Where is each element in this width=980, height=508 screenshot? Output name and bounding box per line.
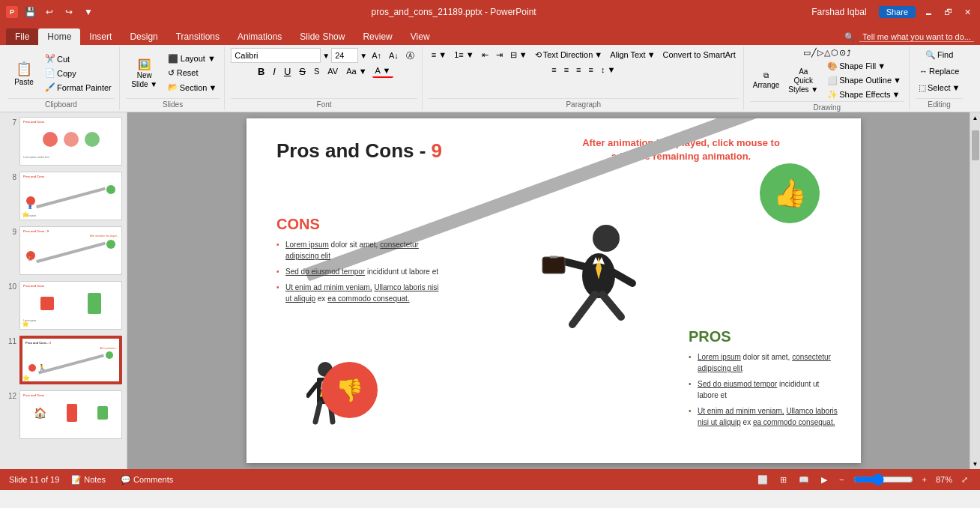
section-btn[interactable]: 📂 Section ▼ xyxy=(165,81,220,94)
tab-file[interactable]: File xyxy=(6,28,38,45)
shape-5[interactable]: ⬡ xyxy=(831,48,838,58)
align-right-btn[interactable]: ≡ xyxy=(573,63,584,76)
pros-title: PROS xyxy=(689,328,838,345)
shape-1[interactable]: ▭ xyxy=(803,48,811,58)
pros-list: Lorem ipsum dolor sit amet, consectetur … xyxy=(689,351,838,428)
justify-btn[interactable]: ≡ xyxy=(586,63,596,76)
shape-outline-btn[interactable]: ⬜ Shape Outline ▼ xyxy=(824,73,904,87)
slideshow-btn[interactable]: ▶ xyxy=(818,474,830,486)
strikethrough-btn[interactable]: S xyxy=(296,64,309,78)
restore-btn[interactable]: 🗗 xyxy=(941,5,955,19)
tab-review[interactable]: Review xyxy=(354,28,401,45)
tab-animations[interactable]: Animations xyxy=(229,28,291,45)
window-title: pros_and_cons_21189.pptx - PowerPoint xyxy=(96,7,811,17)
scroll-up-btn[interactable]: ▲ xyxy=(970,112,981,123)
align-text-btn[interactable]: Align Text ▼ xyxy=(607,48,658,61)
slide-thumb-11[interactable]: 11 Pros and Cons - 9 After animation... … xyxy=(3,334,124,386)
tab-slideshow[interactable]: Slide Show xyxy=(291,28,354,45)
paste-btn[interactable]: 📋 Paste xyxy=(7,52,40,94)
slide-img-10: Pros and Cons Lorem ipsum ⭐ xyxy=(19,281,122,330)
slide-thumb-7[interactable]: 7 Pros and Cons Lorem ipsum content here xyxy=(3,115,124,167)
quick-styles-btn[interactable]: Aa Quick Styles ▼ xyxy=(785,65,821,95)
tab-transitions[interactable]: Transitions xyxy=(167,28,229,45)
char-spacing-btn[interactable]: AV xyxy=(324,64,341,78)
paste-icon: 📋 xyxy=(16,61,32,77)
shape-fill-btn[interactable]: 🎨 Shape Fill ▼ xyxy=(824,59,904,73)
reading-view-btn[interactable]: 📖 xyxy=(796,474,812,486)
vertical-scrollbar[interactable]: ▲ ▼ xyxy=(970,112,980,469)
columns-btn[interactable]: ⊟ ▼ xyxy=(507,48,530,61)
increase-indent-btn[interactable]: ⇥ xyxy=(493,48,506,61)
shape-3[interactable]: ▷ xyxy=(817,48,823,58)
fit-slide-btn[interactable]: ⤢ xyxy=(958,474,971,486)
undo-qat-btn[interactable]: ↩ xyxy=(42,4,57,19)
tab-home[interactable]: Home xyxy=(38,28,80,45)
slides-col: ⬛ Layout ▼ ↺ Reset 📂 Section ▼ xyxy=(165,52,220,94)
customize-qat-btn[interactable]: ▼ xyxy=(81,4,96,19)
slide-sorter-btn[interactable]: ⊞ xyxy=(777,474,790,486)
layout-btn[interactable]: ⬛ Layout ▼ xyxy=(165,52,220,66)
align-center-btn[interactable]: ≡ xyxy=(561,63,572,76)
slide-thumb-9[interactable]: 9 Pros and Cons - 9 After animation has … xyxy=(3,225,124,276)
font-name-input[interactable] xyxy=(231,48,321,63)
bold-btn[interactable]: B xyxy=(255,64,267,78)
uppercase-btn[interactable]: Aa ▼ xyxy=(343,64,369,78)
decrease-font-btn[interactable]: A↓ xyxy=(386,49,402,62)
select-btn[interactable]: ⬚ Select ▼ xyxy=(916,81,963,94)
arrange-btn[interactable]: ⧉ Arrange xyxy=(750,65,783,95)
font-row-1: ▼ ▼ A↑ A↓ Ⓐ xyxy=(231,48,417,63)
close-btn[interactable]: ✕ xyxy=(961,5,974,19)
smartart-btn[interactable]: Convert to SmartArt xyxy=(660,48,739,61)
ribbon-group-drawing: ▭ ╱ ▷ △ ⬡ ⊙ ⤴ ⧉ Arrange Aa Quick Styles … xyxy=(745,46,910,110)
tell-me-input[interactable]: Tell me what you want to do... xyxy=(859,32,974,42)
font-color-btn[interactable]: A ▼ xyxy=(372,64,394,78)
line-spacing-btn[interactable]: ↕ ▼ xyxy=(598,63,618,76)
find-btn[interactable]: 🔍 Find xyxy=(922,48,956,61)
scroll-thumb[interactable] xyxy=(972,130,979,160)
shadow-btn[interactable]: S xyxy=(311,64,322,78)
clear-format-btn[interactable]: Ⓐ xyxy=(403,49,417,62)
minimize-btn[interactable]: 🗕 xyxy=(922,5,935,19)
pros-item-1: Lorem ipsum dolor sit amet, consectetur … xyxy=(689,351,838,374)
copy-btn[interactable]: 📄 Copy xyxy=(42,67,115,80)
shape-effects-btn[interactable]: ✨ Shape Effects ▼ xyxy=(824,88,904,101)
arrange-icon: ⧉ xyxy=(763,71,769,80)
tab-insert[interactable]: Insert xyxy=(80,28,121,45)
shape-7[interactable]: ⤴ xyxy=(847,49,851,58)
decrease-indent-btn[interactable]: ⇤ xyxy=(479,48,491,61)
italic-btn[interactable]: I xyxy=(270,64,279,78)
shape-2[interactable]: ╱ xyxy=(811,48,817,58)
numbering-btn[interactable]: 1≡ ▼ xyxy=(451,48,477,61)
replace-btn[interactable]: ↔ Replace xyxy=(916,64,962,78)
zoom-in-btn[interactable]: + xyxy=(919,474,930,486)
bullets-btn[interactable]: ≡ ▼ xyxy=(429,48,450,61)
notes-btn[interactable]: 📝 Notes xyxy=(68,474,109,486)
zoom-slider[interactable] xyxy=(853,474,913,486)
new-slide-btn[interactable]: 🖼️ New Slide ▼ xyxy=(126,52,163,94)
comments-btn[interactable]: 💬 Comments xyxy=(118,474,176,486)
reset-btn[interactable]: ↺ Reset xyxy=(165,67,220,80)
normal-view-btn[interactable]: ⬜ xyxy=(754,474,771,486)
slide-thumb-12[interactable]: 12 Pros and Cons 🏠 xyxy=(3,389,124,441)
slide-thumb-8[interactable]: 8 Pros and Cons 👤 Lorem ipsum ⭐ xyxy=(3,170,124,222)
shape-6[interactable]: ⊙ xyxy=(839,48,846,58)
cut-btn[interactable]: ✂️ Cut xyxy=(42,52,115,66)
shape-4[interactable]: △ xyxy=(824,48,830,58)
share-btn[interactable]: Share xyxy=(879,6,916,18)
redo-qat-btn[interactable]: ↪ xyxy=(61,4,76,19)
align-left-btn[interactable]: ≡ xyxy=(548,63,559,76)
svg-line-16 xyxy=(308,384,317,396)
format-painter-btn[interactable]: 🖌️ Format Painter xyxy=(42,81,115,94)
scroll-down-btn[interactable]: ▼ xyxy=(970,459,981,469)
slide-thumb-10[interactable]: 10 Pros and Cons Lorem ipsum ⭐ xyxy=(3,279,124,331)
increase-font-btn[interactable]: A↑ xyxy=(369,49,384,62)
underline-btn[interactable]: U xyxy=(281,64,294,78)
font-size-input[interactable] xyxy=(331,48,358,63)
tab-design[interactable]: Design xyxy=(121,28,166,45)
zoom-out-btn[interactable]: − xyxy=(836,474,847,486)
tab-view[interactable]: View xyxy=(402,28,439,45)
cons-list: Lorem ipsum dolor sit amet, consectetur … xyxy=(276,239,441,304)
save-qat-btn[interactable]: 💾 xyxy=(22,4,37,19)
slide-canvas[interactable]: Pros and Cons - 9 After animation has pl… xyxy=(246,118,861,463)
text-direction-btn[interactable]: ⟲ Text Direction ▼ xyxy=(532,48,606,61)
